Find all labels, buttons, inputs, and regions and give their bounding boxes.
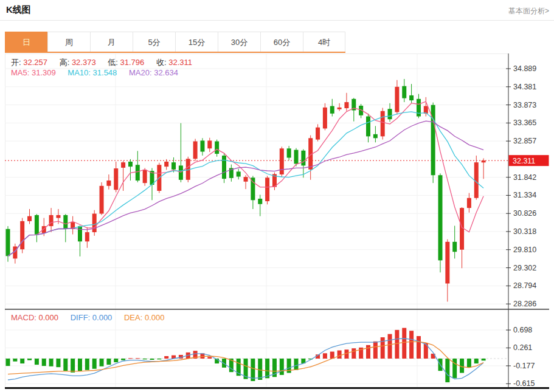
axis-label: 30.318 [513,227,536,236]
page-title: K线图 [6,4,31,16]
macd-bar [121,359,125,360]
tab-4hour[interactable]: 4时 [303,32,345,52]
tab-month[interactable]: 月 [90,32,133,52]
candle-body [323,108,327,129]
axis-label: 0.261 [513,343,532,352]
macd-bar [164,356,168,359]
candle-body [237,171,241,176]
pane-separator [5,309,549,310]
bottom-axis-line [5,387,549,389]
macd-bar [114,359,118,362]
candle-body [35,215,39,235]
axis-label: -0.615 [513,379,535,388]
candle-body [338,108,342,109]
candle-body [63,215,68,229]
candle-body [114,168,118,190]
axis-label: 28.286 [513,300,536,308]
candle-body [49,215,54,226]
candle-body [294,150,299,164]
macd-bar [85,359,89,370]
candle-body [136,165,140,181]
axis-label: -0.177 [513,362,535,370]
candle-body [402,86,406,98]
candle-body [78,226,82,241]
tab-30min[interactable]: 30分 [218,32,260,52]
macd-bar [136,358,140,359]
candle-body [280,148,284,174]
macd-bar [402,328,406,359]
tab-week[interactable]: 周 [47,32,90,52]
candle-body [20,221,24,249]
macd-bar [381,337,385,359]
candle-body [200,140,204,151]
macd-bar [445,359,449,382]
macd-bar [330,352,334,359]
tab-60min[interactable]: 60分 [260,32,303,52]
candle-body [207,140,212,148]
macd-bar [395,330,399,359]
candle-body [6,229,10,256]
macd-bar [207,357,212,359]
candle-body [128,162,133,167]
header-divider [0,20,554,21]
macd-bar [6,359,10,366]
macd-bar [157,359,161,359]
candle-body [417,99,421,117]
candle-body [373,134,378,138]
candle-body [251,177,255,200]
macd-bar [128,358,133,359]
candle-body [92,214,97,232]
macd-bar [42,359,46,366]
axis-label: 29.302 [513,264,536,272]
macd-bar [92,359,97,369]
macd-bar [56,359,60,367]
macd-bar [482,359,486,360]
macd-bar [27,359,32,360]
candle-body [395,87,399,112]
fundamental-analysis-link[interactable]: 基本面分析> [508,6,549,16]
candle-body [100,186,104,214]
macd-bar [323,353,327,359]
candle-body [452,242,457,252]
macd-bar [294,359,299,370]
macd-bar [417,336,421,359]
candle-body [330,106,334,114]
candle-body [121,162,125,168]
macd-bar [366,345,370,359]
axis-label: 33.873 [513,101,536,109]
macd-bar [13,359,17,362]
kline-canvas[interactable]: 34.88934.38133.87333.36532.85731.84231.3… [5,53,549,391]
candle-body [143,170,147,183]
candle-body [316,128,320,140]
candle-body [179,165,183,179]
macd-bar [35,359,39,365]
candle-body [287,148,291,157]
tab-day[interactable]: 日 [5,32,47,52]
macd-bar [150,359,154,360]
candle-body [171,162,176,170]
axis-label: 32.857 [513,137,536,145]
macd-bar [71,359,75,373]
candle-body [85,232,89,241]
candle-body [301,151,305,166]
kline-chart[interactable]: 34.88934.38133.87333.36532.85731.84231.3… [5,53,549,391]
candle-body [381,111,385,137]
macd-bar [474,359,479,363]
axis-label: 29.810 [513,246,536,254]
macd-bar [280,359,284,375]
candle-body [244,177,248,182]
macd-bar [409,331,414,359]
axis-label: 31.334 [513,191,536,199]
candle-body [366,117,370,137]
current-price-badge-label: 32.311 [513,157,535,165]
axis-label: 0.698 [513,326,532,334]
candle-body [27,216,32,221]
axis-label: 31.842 [513,173,536,182]
macd-bar [49,359,54,366]
macd-bar [388,334,392,359]
tab-5min[interactable]: 5分 [133,32,175,52]
candle-body [438,175,443,260]
macd-bar [265,359,269,378]
candle-body [106,181,111,186]
tab-15min[interactable]: 15分 [175,32,218,52]
